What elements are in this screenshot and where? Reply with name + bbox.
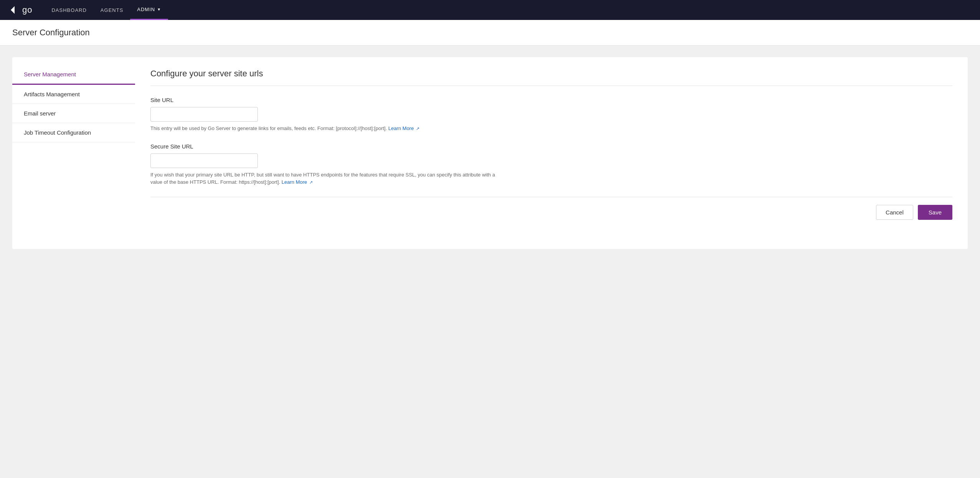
site-url-hint: This entry will be used by Go Server to … — [150, 125, 496, 132]
nav-items: DASHBOARD AGENTS ADMIN ▼ — [45, 0, 168, 20]
external-link-icon: ↗ — [416, 126, 419, 131]
site-url-learn-more-link[interactable]: Learn More ↗ — [388, 125, 419, 131]
site-url-input[interactable] — [150, 107, 258, 122]
save-button[interactable]: Save — [918, 205, 952, 220]
page-header: Server Configuration — [0, 20, 980, 46]
admin-dropdown-arrow: ▼ — [157, 7, 161, 12]
navbar: go DASHBOARD AGENTS ADMIN ▼ — [0, 0, 980, 20]
sidebar-item-server-management[interactable]: Server Management — [12, 65, 135, 85]
form-title: Configure your server site urls — [150, 69, 952, 79]
sidebar: Server Management Artifacts Management E… — [12, 57, 135, 249]
logo-text: go — [22, 5, 32, 15]
form-divider — [150, 86, 952, 86]
nav-agents[interactable]: AGENTS — [94, 0, 130, 20]
sidebar-item-job-timeout[interactable]: Job Timeout Configuration — [12, 123, 135, 142]
secure-url-group: Secure Site URL If you wish that your pr… — [150, 143, 952, 186]
sidebar-item-email-server[interactable]: Email server — [12, 104, 135, 123]
secure-url-label: Secure Site URL — [150, 143, 952, 150]
logo[interactable]: go — [9, 5, 32, 15]
secure-url-learn-more-link[interactable]: Learn More ↗ — [282, 179, 313, 185]
content-panel: Server Management Artifacts Management E… — [12, 57, 968, 249]
page-title: Server Configuration — [12, 28, 968, 38]
form-area: Configure your server site urls Site URL… — [135, 57, 968, 249]
cancel-button[interactable]: Cancel — [876, 205, 913, 220]
nav-admin[interactable]: ADMIN ▼ — [130, 0, 168, 20]
site-url-label: Site URL — [150, 97, 952, 103]
go-logo-icon — [9, 5, 20, 15]
main-content: Server Management Artifacts Management E… — [0, 46, 980, 478]
secure-url-input[interactable] — [150, 153, 258, 168]
nav-dashboard[interactable]: DASHBOARD — [45, 0, 93, 20]
secure-url-hint: If you wish that your primary site URL b… — [150, 171, 496, 186]
sidebar-item-artifacts-management[interactable]: Artifacts Management — [12, 85, 135, 104]
form-actions: Cancel Save — [150, 197, 952, 220]
secure-external-link-icon: ↗ — [309, 180, 313, 185]
site-url-group: Site URL This entry will be used by Go S… — [150, 97, 952, 132]
svg-marker-0 — [11, 6, 15, 14]
